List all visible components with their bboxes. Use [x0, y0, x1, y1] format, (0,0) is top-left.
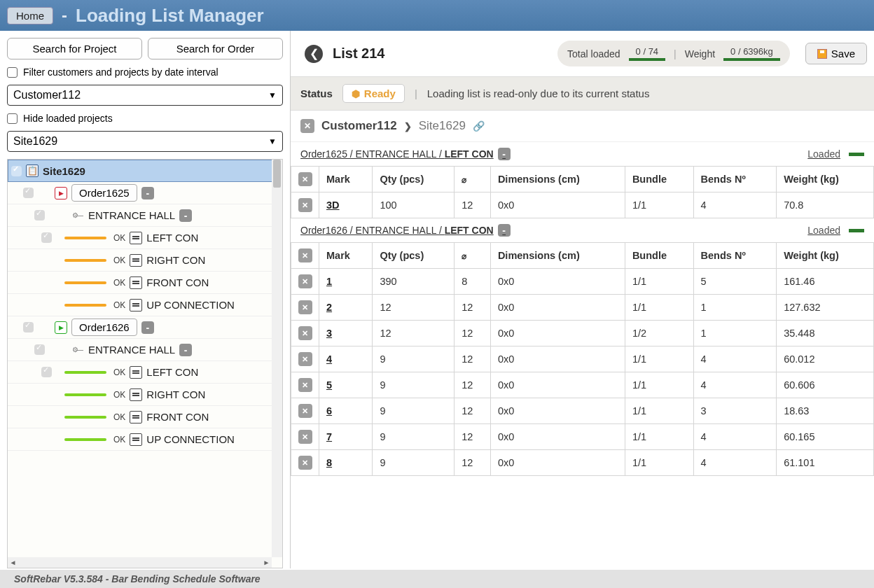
tree-scrollbar-h[interactable]: ◄ ► [8, 557, 272, 568]
crumb-site[interactable]: Site1629 [419, 119, 466, 133]
tree-checkbox[interactable] [34, 210, 45, 220]
collapse-button[interactable]: - [141, 187, 154, 200]
dash: - [62, 6, 67, 25]
mark-link[interactable]: 2 [326, 302, 332, 313]
mark-link[interactable]: 3 [326, 328, 332, 339]
col-mark[interactable]: Mark [319, 167, 373, 192]
col-mark[interactable]: Mark [319, 243, 373, 269]
table-row[interactable]: ✕139080x01/15161.46 [291, 269, 874, 295]
col-dim[interactable]: Dimensions (cm) [490, 243, 625, 269]
filter-date-checkbox[interactable] [7, 67, 18, 78]
site-select[interactable]: Site1629 ▼ [7, 131, 283, 152]
table-row[interactable]: ✕59120x01/1460.606 [291, 372, 874, 398]
section-header[interactable]: Order1625 / ENTRANCE HALL / LEFT CON-Loa… [291, 142, 874, 166]
cell-bends: 4 [693, 346, 777, 372]
col-bends[interactable]: Bends Nº [693, 167, 777, 192]
tree-con-row[interactable]: OKLEFT CON [8, 227, 282, 249]
tree-con-row[interactable]: OKUP CONNECTION [8, 294, 282, 316]
remove-row-button[interactable]: ✕ [298, 378, 312, 392]
mark-link[interactable]: 6 [326, 405, 332, 416]
tree-order-row[interactable]: Order1625- [8, 182, 282, 204]
tree-checkbox[interactable] [23, 322, 34, 332]
remove-row-button[interactable]: ✕ [298, 430, 312, 444]
tree-order-row[interactable]: Order1626- [8, 316, 282, 339]
col-bends[interactable]: Bends Nº [693, 243, 777, 269]
remove-row-button[interactable]: ✕ [298, 456, 312, 470]
section-header[interactable]: Order1626 / ENTRANCE HALL / LEFT CON-Loa… [291, 218, 874, 242]
tree-con-label: UP CONNECTION [146, 433, 235, 445]
collapse-button[interactable]: - [498, 224, 511, 237]
save-button[interactable]: Save [805, 43, 867, 64]
remove-row-button[interactable]: ✕ [298, 352, 312, 366]
crumb-customer[interactable]: Customer112 [321, 119, 397, 133]
mark-link[interactable]: 1 [326, 276, 332, 287]
tree-con-row[interactable]: OKUP CONNECTION [8, 428, 282, 451]
table-row[interactable]: ✕89120x01/1461.101 [291, 450, 874, 476]
collapse-button[interactable]: - [179, 209, 192, 222]
tree-checkbox[interactable] [34, 344, 45, 355]
tree-checkbox[interactable] [11, 166, 22, 176]
project-tree[interactable]: Site1629Order1625-ENTRANCE HALL-OKLEFT C… [7, 159, 283, 568]
table-row[interactable]: ✕312120x01/2135.448 [291, 321, 874, 346]
tree-con-row[interactable]: OKRIGHT CON [8, 249, 282, 272]
back-button[interactable]: ❮ [305, 45, 323, 63]
mark-link[interactable]: 8 [326, 457, 332, 468]
tree-checkbox[interactable] [41, 367, 52, 377]
close-icon[interactable]: ✕ [300, 119, 314, 133]
remove-row-button[interactable]: ✕ [298, 326, 312, 340]
remove-row-button[interactable]: ✕ [298, 404, 312, 418]
remove-row-button[interactable]: ✕ [298, 274, 312, 288]
order-icon [55, 187, 67, 200]
customer-select[interactable]: Customer112 ▼ [7, 85, 283, 106]
tree-con-row[interactable]: OKFRONT CON [8, 272, 282, 294]
home-button[interactable]: Home [7, 7, 53, 24]
tables-area[interactable]: Order1625 / ENTRANCE HALL / LEFT CON-Loa… [291, 142, 874, 568]
table-row[interactable]: ✕69120x01/1318.63 [291, 398, 874, 424]
tree-checkbox[interactable] [41, 232, 52, 243]
remove-row-button[interactable]: ✕ [298, 198, 312, 212]
col-weight[interactable]: Weight (kg) [777, 167, 874, 192]
tree-scrollbar-v[interactable] [272, 160, 282, 557]
collapse-button[interactable]: - [141, 321, 154, 334]
col-qty[interactable]: Qty (pcs) [373, 243, 455, 269]
table-row[interactable]: ✕49120x01/1460.012 [291, 346, 874, 372]
scroll-right-icon[interactable]: ► [261, 557, 272, 568]
cell-weight: 60.606 [777, 372, 874, 398]
remove-row-button[interactable]: ✕ [298, 300, 312, 314]
tree-con-row[interactable]: OKFRONT CON [8, 406, 282, 428]
col-dia[interactable] [455, 167, 491, 192]
col-bundle[interactable]: Bundle [625, 167, 693, 192]
table-row[interactable]: ✕3D100120x01/1470.8 [291, 192, 874, 218]
hide-loaded-checkbox[interactable] [7, 113, 18, 124]
order-button[interactable]: Order1626 [71, 318, 137, 336]
collapse-button[interactable]: - [179, 344, 192, 356]
cell-bundle: 1/1 [625, 372, 693, 398]
tree-checkbox[interactable] [23, 188, 34, 198]
site-icon [26, 164, 39, 177]
tree-con-row[interactable]: OKRIGHT CON [8, 384, 282, 406]
col-dia[interactable] [455, 243, 491, 269]
mark-link[interactable]: 5 [326, 379, 332, 391]
collapse-button[interactable]: - [498, 148, 511, 160]
close-icon[interactable]: ✕ [298, 248, 312, 262]
mark-link[interactable]: 7 [326, 431, 332, 442]
tree-hall-row[interactable]: ENTRANCE HALL- [8, 339, 282, 361]
link-icon[interactable]: 🔗 [473, 120, 485, 132]
col-qty[interactable]: Qty (pcs) [373, 167, 455, 192]
table-row[interactable]: ✕79120x01/1460.165 [291, 424, 874, 450]
col-weight[interactable]: Weight (kg) [777, 243, 874, 269]
tree-con-row[interactable]: OKLEFT CON [8, 361, 282, 384]
search-project-button[interactable]: Search for Project [7, 38, 142, 59]
mark-link[interactable]: 4 [326, 354, 332, 365]
mark-link[interactable]: 3D [326, 200, 340, 211]
search-order-button[interactable]: Search for Order [148, 38, 283, 59]
tree-site-row[interactable]: Site1629 [8, 160, 282, 182]
table-row[interactable]: ✕212120x01/11127.632 [291, 295, 874, 321]
close-icon[interactable]: ✕ [298, 172, 312, 186]
tree-hall-row[interactable]: ENTRANCE HALL- [8, 204, 282, 227]
order-button[interactable]: Order1625 [71, 184, 137, 202]
cell-dia: 12 [455, 295, 491, 321]
col-dim[interactable]: Dimensions (cm) [490, 167, 625, 192]
scroll-left-icon[interactable]: ◄ [8, 557, 18, 568]
col-bundle[interactable]: Bundle [625, 243, 693, 269]
